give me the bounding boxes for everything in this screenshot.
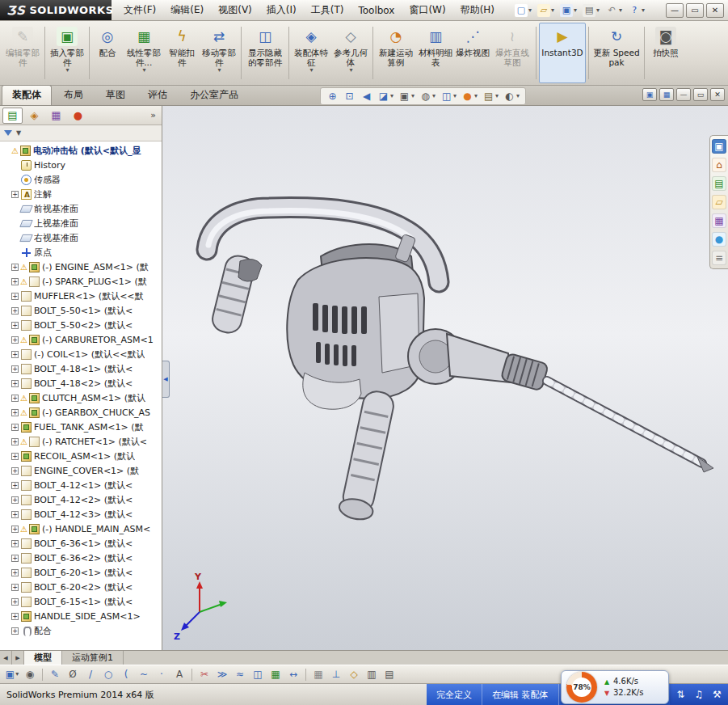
view-orientation-button[interactable]: ▣▾ xyxy=(397,89,416,103)
document-minimize-button[interactable]: — xyxy=(676,88,691,101)
drill-model[interactable]: Y Z xyxy=(162,106,728,650)
point-button[interactable]: · xyxy=(154,667,170,682)
document-close-button[interactable]: ✕ xyxy=(710,88,725,101)
circle-button[interactable]: ○ xyxy=(100,667,116,682)
expander-icon[interactable]: + xyxy=(11,467,19,475)
previous-view-button[interactable]: ◀ xyxy=(359,89,374,103)
tree-item[interactable]: +BOLT_5-50<2> (默认< xyxy=(0,318,162,332)
quick-snaps-button[interactable]: ◇ xyxy=(346,667,362,682)
spline-button[interactable]: ~ xyxy=(136,667,152,682)
solidworks-resources-button[interactable]: ▣ xyxy=(712,139,726,154)
linear-sketch-pattern-button[interactable]: ▦ xyxy=(267,667,284,682)
expander-icon[interactable]: + xyxy=(11,453,19,460)
expander-icon[interactable]: + xyxy=(11,409,19,416)
display-style-button[interactable]: ◍▾ xyxy=(418,89,437,103)
expander-icon[interactable]: + xyxy=(11,540,19,547)
propertymanager-tab[interactable]: ◈ xyxy=(24,108,44,124)
sketch-button[interactable]: ✎ xyxy=(47,667,63,682)
line-button[interactable]: / xyxy=(82,667,99,682)
document-restore-button[interactable]: ▭ xyxy=(693,88,708,101)
clutch-chuck[interactable] xyxy=(408,329,549,391)
tree-item[interactable]: +(-) COIL<1> (默认<<默认 xyxy=(0,347,162,361)
expander-icon[interactable]: + xyxy=(11,598,19,606)
tree-item[interactable]: +BOLT_6-15<1> (默认< xyxy=(0,594,162,609)
menu-item[interactable]: 工具(T) xyxy=(304,0,351,20)
text-sketch-button[interactable]: A xyxy=(171,667,187,682)
split-view-button[interactable]: ▥ xyxy=(364,667,380,682)
tree-item[interactable]: +配合 xyxy=(0,623,162,638)
view-palette-button[interactable]: ▦ xyxy=(712,213,726,228)
expander-icon[interactable]: + xyxy=(11,380,19,387)
zoom-to-fit-button[interactable]: ⊕ xyxy=(325,89,340,103)
menu-item[interactable]: 编辑(E) xyxy=(163,0,211,20)
tree-item[interactable]: +⚠(-) HANDLE_MAIN_ASM< xyxy=(0,521,162,536)
cpu-gadget[interactable]: 78% ▲4.6K/s ▼32.2K/s xyxy=(561,670,669,704)
tree-item[interactable]: +HANDLE_SIDE_ASM<1> xyxy=(0,609,162,623)
tree-item[interactable]: +⚠(-) SPARK_PLUG<1> (默 xyxy=(0,274,162,289)
tree-item[interactable]: 右视基准面 xyxy=(0,230,162,245)
bill-of-materials-button[interactable]: ▥材料明细表 xyxy=(417,23,454,83)
file-explorer-button[interactable]: ▱ xyxy=(712,195,726,209)
tree-item[interactable]: +BOLT_4-18<2> (默认< xyxy=(0,376,162,390)
save-toolbar-button[interactable]: ▣▾ xyxy=(4,667,20,682)
expander-icon[interactable]: + xyxy=(11,613,19,620)
tree-item[interactable]: +BOLT_4-18<1> (默认< xyxy=(0,361,162,376)
tree-item[interactable]: 传感器 xyxy=(0,172,162,187)
tree-item[interactable]: +RECOIL_ASM<1> (默认 xyxy=(0,449,162,463)
expander-icon[interactable]: + xyxy=(11,293,19,300)
window-maximize-button[interactable]: ▭ xyxy=(686,3,704,18)
custom-properties-button[interactable]: ≡ xyxy=(712,251,726,265)
menu-item[interactable]: 窗口(W) xyxy=(402,0,452,20)
arc-button[interactable]: ( xyxy=(118,667,134,682)
convert-entities-button[interactable]: ≫ xyxy=(214,667,230,682)
expander-icon[interactable]: + xyxy=(11,569,19,576)
expander-icon[interactable]: + xyxy=(11,278,19,285)
volume-tray-icon[interactable]: ♫ xyxy=(692,687,706,702)
reference-geometry-button[interactable]: ◇参考几何体▾ xyxy=(331,23,370,83)
tree-item[interactable]: +⚠(-) ENGINE_ASM<1> (默 xyxy=(0,260,162,274)
trim-entities-button[interactable]: ✂ xyxy=(196,667,213,682)
menu-item[interactable]: Toolbox xyxy=(351,0,402,20)
tree-item[interactable]: +ENGINE_COVER<1> (默 xyxy=(0,463,162,478)
expander-icon[interactable]: + xyxy=(11,351,19,358)
expander-icon[interactable]: + xyxy=(11,496,19,504)
trigger[interactable] xyxy=(238,259,262,281)
configurationmanager-tab[interactable]: ▦ xyxy=(46,108,66,124)
section-view-button[interactable]: ◪▾ xyxy=(376,89,395,103)
show-hidden-components-button[interactable]: ◫显示隐藏的零部件 xyxy=(244,23,286,83)
window-minimize-button[interactable]: — xyxy=(666,3,684,18)
expander-icon[interactable]: + xyxy=(11,264,19,271)
engine-block[interactable] xyxy=(287,234,424,399)
zoom-to-area-button[interactable]: ⊡ xyxy=(342,89,357,103)
tree-item[interactable]: ⚠电动冲击钻 (默认<默认_显 xyxy=(0,143,162,158)
tree-item[interactable]: +BOLT_6-20<2> (默认< xyxy=(0,580,162,594)
smart-fasteners-button[interactable]: ϟ智能扣件 xyxy=(165,23,199,83)
smart-dimension-button[interactable]: Ø xyxy=(65,667,81,682)
displaymanager-tab[interactable]: ● xyxy=(68,108,88,124)
panel-more-icon[interactable]: » xyxy=(150,110,159,120)
edit-appearance-button[interactable]: ●▾ xyxy=(460,89,479,103)
tree-item[interactable]: +BOLT_4-12<2> (默认< xyxy=(0,492,162,507)
panel-collapse-arrow[interactable]: ◀ xyxy=(162,361,170,398)
update-speedpak-button[interactable]: ↻更新 Speedpak xyxy=(591,23,642,83)
exploded-view-button[interactable]: ⋰爆炸视图 xyxy=(455,23,490,83)
hide-show-items-button[interactable]: ◫▾ xyxy=(439,89,458,103)
tree-item[interactable]: +BOLT_6-20<1> (默认< xyxy=(0,565,162,580)
expander-icon[interactable]: + xyxy=(11,307,19,315)
expander-icon[interactable]: + xyxy=(11,511,19,518)
apply-scene-button[interactable]: ▤▾ xyxy=(481,89,500,103)
print-document-button[interactable]: ▤▾ xyxy=(581,2,601,19)
graphics-viewport[interactable]: Y Z ◀ ▣⌂▤▱▦●≡ xyxy=(162,106,728,650)
tree-item[interactable]: 前视基准面 xyxy=(0,201,162,216)
tree-item[interactable]: +⚠(-) GEARBOX_CHUCK_AS xyxy=(0,405,162,420)
network-tray-icon[interactable]: ⇅ xyxy=(674,687,688,702)
tree-item[interactable]: +BOLT_5-50<1> (默认< xyxy=(0,303,162,318)
new-document-button[interactable]: ▢▾ xyxy=(513,2,533,19)
expander-icon[interactable]: + xyxy=(11,395,19,402)
tree-item[interactable]: +MUFFLER<1> (默认<<默 xyxy=(0,289,162,303)
expander-icon[interactable]: + xyxy=(11,526,19,533)
offset-entities-button[interactable]: ≈ xyxy=(232,667,248,682)
tree-item[interactable]: +FUEL_TANK_ASM<1> (默 xyxy=(0,420,162,434)
tab-评估[interactable]: 评估 xyxy=(137,85,178,105)
tree-item[interactable]: History xyxy=(0,158,162,172)
